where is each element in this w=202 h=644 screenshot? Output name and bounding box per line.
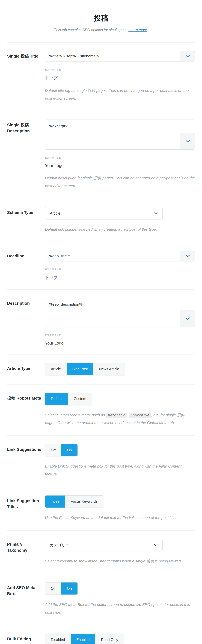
variable-field-headline [45, 250, 195, 261]
chevron-down-icon [154, 544, 158, 546]
example-block: EXAMPLEYour Logo [45, 156, 195, 168]
add-seo-meta-box-option-off[interactable]: Off [45, 582, 61, 594]
field-label: Bulk Editing [7, 634, 45, 644]
learn-more-link[interactable]: Learn more [128, 28, 147, 32]
field-description: Default description for single 投稿 pages.… [45, 174, 195, 190]
field-label: Link Suggestions [7, 444, 45, 478]
schema-type-select[interactable]: Article [45, 207, 163, 220]
page-subtitle: This tab contains SEO options for single… [7, 28, 195, 32]
single-post-description-variables-dropdown-button[interactable] [180, 133, 195, 150]
field-label: Schema Type [7, 207, 45, 233]
code-chip: noarchive [129, 413, 151, 418]
headline-input[interactable] [45, 250, 195, 261]
page-title: 投稿 [7, 13, 195, 23]
page-header: 投稿 This tab contains SEO options for sin… [0, 0, 202, 42]
settings-row-headline: HeadlineEXAMPLEトップ [7, 242, 195, 289]
field-label: Article Type [7, 363, 45, 375]
single-post-title-variables-dropdown-button[interactable] [180, 51, 195, 61]
chevron-down-icon [185, 254, 190, 258]
example-label: EXAMPLE [45, 334, 195, 337]
settings-row-schema-type: Schema TypeArticleDefault rich snippet s… [7, 198, 195, 242]
field-label: Headline [7, 250, 45, 280]
post-robots-meta-button-group: DefaultCustom [45, 393, 92, 405]
bulk-editing-option-enabled[interactable]: Enabled [71, 634, 95, 644]
description-variables-dropdown-button[interactable] [180, 310, 195, 327]
field-label: Link Suggestion Titles [7, 495, 45, 522]
example-value: Your Logo [45, 341, 195, 346]
add-seo-meta-box-button-group: OffOn [45, 582, 78, 595]
chevron-down-icon [154, 212, 158, 214]
field-description: Use the Focus Keyword as the default tex… [45, 514, 195, 522]
single-post-description-input[interactable] [45, 120, 195, 150]
link-suggestion-titles-option-focus-keywords[interactable]: Focus Keywords [65, 496, 103, 508]
settings-row-single-post-title: Single 投稿 TitleEXAMPLEトップDefault title t… [7, 42, 195, 111]
subtitle-text: This tab contains SEO options for single… [54, 28, 128, 32]
bulk-editing-option-disabled[interactable]: Disabled [45, 634, 71, 644]
article-type-option-news-article[interactable]: News Article [94, 363, 125, 375]
chevron-down-icon [185, 317, 190, 320]
example-label: EXAMPLE [45, 268, 195, 271]
example-block: EXAMPLEトップ [45, 268, 195, 280]
field-description: Default rich snippet selected when creat… [45, 226, 195, 233]
description-input[interactable] [45, 298, 195, 327]
select-value: Article [50, 211, 60, 216]
example-block: EXAMPLEトップ [45, 68, 195, 81]
settings-row-add-seo-meta-box: Add SEO Meta BoxOffOnAdd the SEO Meta Bo… [7, 574, 195, 625]
field-label: Single 投稿 Description [7, 120, 45, 190]
field-description: Default title tag for single 投稿 pages. T… [45, 87, 195, 102]
example-value: Your Logo [45, 163, 195, 168]
subtitle-period: . [147, 28, 148, 32]
primary-taxonomy-select[interactable]: カテゴリー [45, 539, 163, 551]
field-description: Select custom robots meta, such as nofol… [45, 411, 195, 426]
example-label: EXAMPLE [45, 68, 195, 71]
field-label: Single 投稿 Title [7, 51, 45, 102]
settings-row-link-suggestions: Link SuggestionsOffOnEnable Link Suggest… [7, 436, 195, 487]
settings-row-link-suggestion-titles: Link Suggestion TitlesTitlesFocus Keywor… [7, 487, 195, 530]
example-value[interactable]: トップ [45, 75, 195, 81]
field-label: Description [7, 298, 45, 346]
link-suggestions-option-on[interactable]: On [61, 444, 78, 456]
chevron-down-icon [185, 140, 190, 142]
add-seo-meta-box-option-on[interactable]: On [61, 582, 78, 594]
bulk-editing-option-read-only[interactable]: Read Only [95, 634, 124, 644]
field-description: Select taxonomy to show in the Breadcrum… [45, 557, 195, 565]
bulk-editing-button-group: DisabledEnabledRead Only [45, 634, 124, 644]
field-description: Add the SEO Meta Box for the editor scre… [45, 601, 195, 616]
settings-row-description: DescriptionEXAMPLEYour Logo [7, 289, 195, 354]
select-value: カテゴリー [50, 542, 69, 548]
settings-row-bulk-editing: Bulk EditingDisabledEnabledRead OnlyAdd … [7, 625, 195, 644]
field-label: Add SEO Meta Box [7, 582, 45, 616]
post-robots-meta-option-default[interactable]: Default [45, 393, 68, 405]
single-post-title-input[interactable] [45, 51, 195, 62]
link-suggestion-titles-button-group: TitlesFocus Keywords [45, 495, 103, 508]
code-chip: nofollow [106, 413, 127, 418]
article-type-option-article[interactable]: Article [45, 363, 67, 375]
link-suggestion-titles-option-titles[interactable]: Titles [45, 496, 65, 508]
settings-sections: Single 投稿 TitleEXAMPLEトップDefault title t… [7, 42, 195, 644]
example-value[interactable]: トップ [45, 275, 195, 280]
settings-row-post-robots-meta: 投稿 Robots MetaDefaultCustomSelect custom… [7, 384, 195, 436]
settings-page: 投稿 This tab contains SEO options for sin… [0, 0, 202, 644]
article-type-option-blog-post[interactable]: Blog Post [67, 363, 94, 375]
field-label: 投稿 Robots Meta [7, 393, 45, 426]
chevron-down-icon [185, 55, 190, 58]
example-block: EXAMPLEYour Logo [45, 334, 195, 346]
settings-row-article-type: Article TypeArticleBlog PostNews Article [7, 354, 195, 384]
variable-field-description [45, 298, 195, 327]
link-suggestions-option-off[interactable]: Off [45, 444, 61, 456]
field-description: Enable Link Suggestions meta box for thi… [45, 462, 195, 478]
variable-field-single-post-description [45, 120, 195, 150]
settings-row-single-post-description: Single 投稿 DescriptionEXAMPLEYour LogoDef… [7, 111, 195, 198]
settings-row-primary-taxonomy: Primary TaxonomyカテゴリーSelect taxonomy to … [7, 530, 195, 574]
example-label: EXAMPLE [45, 156, 195, 160]
headline-variables-dropdown-button[interactable] [180, 251, 195, 261]
link-suggestions-button-group: OffOn [45, 444, 78, 456]
article-type-button-group: ArticleBlog PostNews Article [45, 363, 125, 375]
variable-field-single-post-title [45, 51, 195, 62]
post-robots-meta-option-custom[interactable]: Custom [68, 393, 92, 405]
field-label: Primary Taxonomy [7, 539, 45, 565]
